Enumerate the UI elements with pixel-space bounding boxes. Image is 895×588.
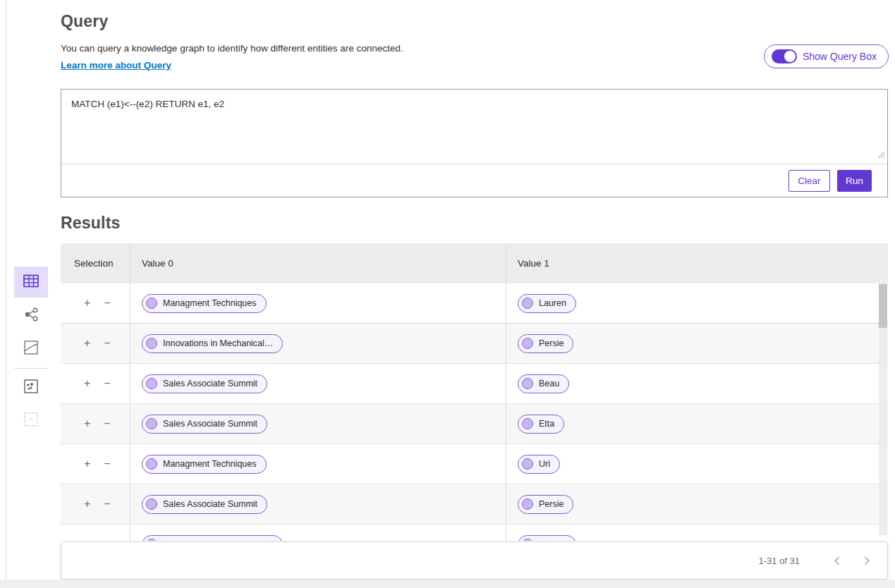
- entity-label: Managment Techniques: [163, 298, 257, 308]
- value1-cell: Lauren: [506, 283, 888, 323]
- entity-pill[interactable]: Lauren: [518, 535, 576, 541]
- page-range-label: 1-31 of 31: [758, 556, 800, 566]
- entity-node-icon: [522, 539, 533, 541]
- value1-cell: Beau: [506, 364, 888, 403]
- entity-pill[interactable]: Managment Techniques: [142, 455, 267, 474]
- entity-node-icon: [146, 298, 157, 309]
- add-selection-button[interactable]: +: [84, 539, 90, 541]
- value0-cell: Sales Associate Summit: [130, 364, 506, 403]
- entity-pill[interactable]: Persie: [518, 495, 573, 514]
- table-row: + − Innovations in Mechanical… Persie: [61, 324, 888, 364]
- next-page-button[interactable]: [860, 553, 875, 568]
- query-editor: MATCH (e1)<--(e2) RETURN e1, e2 Clear Ru…: [61, 89, 888, 197]
- map-view-icon: [24, 341, 38, 357]
- entity-pill[interactable]: Persie: [518, 334, 573, 353]
- add-selection-button[interactable]: +: [84, 458, 90, 470]
- entity-pill[interactable]: Uri: [518, 455, 560, 474]
- entity-node-icon: [522, 378, 533, 389]
- pager: 1-31 of 31: [758, 553, 887, 568]
- add-selection-button[interactable]: +: [84, 498, 90, 510]
- table-view-button[interactable]: [14, 267, 48, 298]
- table-view-icon: [23, 274, 39, 290]
- column-header-value0: Value 0: [130, 243, 506, 283]
- entity-node-icon: [146, 418, 157, 429]
- resize-handle-icon[interactable]: [877, 149, 885, 161]
- entity-label: Sales Associate Summit: [163, 379, 257, 388]
- entity-node-icon: [522, 298, 533, 309]
- toggle-knob: [784, 51, 796, 62]
- entity-label: Etta: [539, 419, 554, 429]
- entity-pill[interactable]: Beau: [518, 374, 569, 393]
- entity-pill[interactable]: Innovations in Mechanical…: [142, 334, 283, 353]
- learn-more-link[interactable]: Learn more about Query: [61, 60, 171, 71]
- add-to-map-button[interactable]: [14, 372, 48, 403]
- run-button[interactable]: Run: [837, 170, 872, 192]
- selection-cell: + −: [61, 364, 130, 403]
- entity-label: Innovations in Mechanical…: [163, 338, 273, 348]
- previous-page-button[interactable]: [829, 553, 844, 568]
- toggle-switch[interactable]: [772, 49, 797, 63]
- value0-cell: Innovations in Mechanical…: [130, 324, 506, 363]
- link-chart-view-button[interactable]: [14, 300, 48, 331]
- table-row: + − Innovations in Mechanical… Lauren: [61, 525, 888, 541]
- remove-selection-button[interactable]: −: [104, 378, 110, 389]
- entity-pill[interactable]: Sales Associate Summit: [142, 415, 267, 434]
- page-description: You can query a knowledge graph to ident…: [61, 43, 403, 54]
- toggle-label: Show Query Box: [803, 51, 877, 62]
- entity-node-icon: [522, 338, 533, 349]
- add-selection-button[interactable]: +: [84, 298, 90, 309]
- entity-label: Beau: [539, 379, 559, 388]
- remove-selection-button[interactable]: −: [104, 298, 110, 309]
- entity-pill[interactable]: Managment Techniques: [142, 294, 267, 313]
- show-query-box-toggle[interactable]: Show Query Box: [764, 44, 889, 68]
- entity-node-icon: [146, 378, 157, 389]
- remove-selection-button[interactable]: −: [104, 539, 110, 541]
- value1-cell: Uri: [506, 444, 888, 484]
- table-row: + − Sales Associate Summit Beau: [61, 364, 888, 404]
- entity-label: Sales Associate Summit: [163, 419, 257, 429]
- entity-pill[interactable]: Etta: [518, 415, 564, 434]
- entity-pill[interactable]: Lauren: [518, 294, 576, 313]
- table-row: + − Managment Techniques Lauren: [61, 283, 888, 324]
- remove-selection-button[interactable]: −: [104, 418, 110, 429]
- query-input[interactable]: MATCH (e1)<--(e2) RETURN e1, e2: [61, 90, 887, 164]
- table-row: + − Sales Associate Summit Persie: [61, 484, 888, 525]
- entity-node-icon: [146, 458, 157, 470]
- column-header-value1: Value 1: [506, 243, 888, 283]
- table-body: + − Managment Techniques Lauren + − Inno…: [61, 283, 888, 541]
- selection-cell: + −: [61, 525, 130, 541]
- add-selection-button[interactable]: +: [84, 418, 90, 429]
- selection-cell: + −: [61, 484, 130, 524]
- query-button-bar: Clear Run: [61, 164, 887, 197]
- entity-label: Sales Associate Summit: [163, 499, 257, 509]
- value0-cell: Sales Associate Summit: [130, 484, 506, 524]
- entity-pill[interactable]: Sales Associate Summit: [142, 495, 267, 514]
- entity-pill[interactable]: Innovations in Mechanical…: [142, 535, 283, 541]
- pagination-bar: 1-31 of 31: [61, 541, 888, 580]
- value0-cell: Managment Techniques: [130, 444, 506, 484]
- table-scrollbar-thumb[interactable]: [879, 284, 887, 328]
- add-selection-button[interactable]: +: [84, 338, 90, 349]
- add-selection-button[interactable]: +: [84, 378, 90, 389]
- new-link-chart-button[interactable]: [14, 405, 48, 436]
- sidebar-divider: [14, 368, 48, 369]
- table-scrollbar-track[interactable]: [879, 245, 887, 535]
- entity-node-icon: [522, 458, 533, 470]
- remove-selection-button[interactable]: −: [104, 498, 110, 510]
- remove-selection-button[interactable]: −: [104, 338, 110, 349]
- entity-label: Lauren: [539, 539, 566, 541]
- entity-label: Managment Techniques: [163, 459, 257, 469]
- selection-cell: + −: [61, 404, 130, 443]
- value0-cell: Innovations in Mechanical…: [130, 525, 506, 541]
- clear-button[interactable]: Clear: [789, 170, 830, 192]
- remove-selection-button[interactable]: −: [104, 458, 110, 470]
- table-header: Selection Value 0 Value 1: [61, 243, 888, 283]
- link-chart-view-icon: [24, 307, 39, 324]
- query-editor-area: MATCH (e1)<--(e2) RETURN e1, e2: [61, 90, 887, 164]
- value1-cell: Lauren: [506, 525, 888, 541]
- page-title: Query: [61, 12, 108, 31]
- page-bottom-strip: [0, 580, 895, 588]
- new-link-chart-icon: [24, 412, 38, 429]
- map-view-button[interactable]: [14, 333, 48, 364]
- entity-pill[interactable]: Sales Associate Summit: [142, 374, 267, 393]
